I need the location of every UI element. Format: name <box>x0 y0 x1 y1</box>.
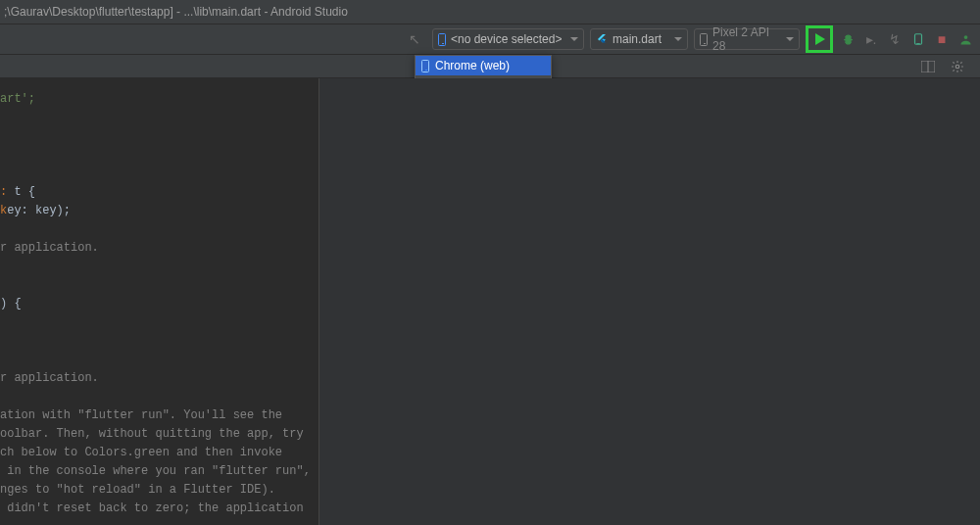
device-selector-dropdown[interactable]: <no device selected> <box>432 28 584 50</box>
run-config-dropdown[interactable]: main.dart <box>590 28 688 50</box>
chevron-down-icon <box>674 37 682 41</box>
play-icon <box>815 33 825 45</box>
run-button[interactable] <box>806 25 833 53</box>
coverage-button[interactable]: ▸. <box>862 30 880 48</box>
debug-button[interactable] <box>839 30 857 48</box>
flutter-icon <box>596 33 608 45</box>
window-title: ;\Gaurav\Desktop\flutter\testapp] - ...\… <box>4 5 348 19</box>
split-right-icon[interactable] <box>919 58 937 75</box>
avd-manager-button[interactable] <box>956 30 974 48</box>
phone-icon <box>421 60 429 72</box>
profile-button[interactable]: ↯ <box>886 30 904 48</box>
stop-button[interactable]: ■ <box>933 30 951 48</box>
run-config-label: main.dart <box>612 32 669 46</box>
chevron-down-icon <box>570 37 578 41</box>
avd-label: Pixel 2 API 28 <box>712 25 781 53</box>
main-toolbar: ↖ <no device selected> main.dart Pixel 2… <box>0 24 980 55</box>
toolbar-group-run: ↖ <no device selected> main.dart Pixel 2… <box>409 25 974 53</box>
settings-gear-icon[interactable] <box>949 58 966 75</box>
chevron-down-icon <box>786 37 794 41</box>
build-hammer-icon[interactable]: ↖ <box>409 31 420 47</box>
avd-selector-dropdown[interactable]: Pixel 2 API 28 <box>694 28 800 50</box>
attach-debugger-button[interactable] <box>909 30 927 48</box>
window-titlebar: ;\Gaurav\Desktop\flutter\testapp] - ...\… <box>0 0 980 24</box>
editor-area: art'; : t { key: key); r application. ) … <box>0 78 980 525</box>
code-editor[interactable]: art'; : t { key: key); r application. ) … <box>0 78 318 525</box>
device-icon <box>700 33 708 46</box>
svg-rect-0 <box>915 34 922 45</box>
device-selector-label: <no device selected> <box>451 32 565 46</box>
phone-icon <box>438 33 446 46</box>
device-option-chrome[interactable]: Chrome (web) <box>416 56 551 75</box>
svg-point-1 <box>963 35 967 39</box>
secondary-panel <box>318 78 980 525</box>
device-option-label: Chrome (web) <box>435 59 510 72</box>
svg-point-4 <box>956 65 959 69</box>
